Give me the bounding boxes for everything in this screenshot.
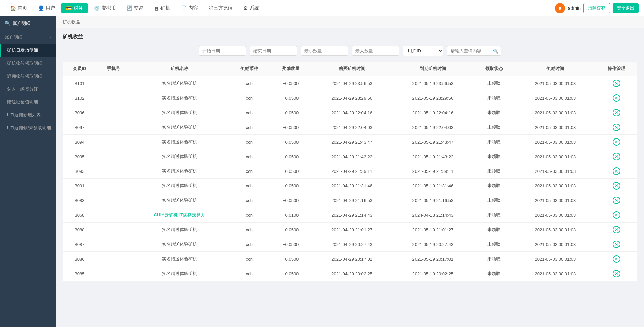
end-date-input[interactable] xyxy=(250,46,297,56)
start-date-input[interactable] xyxy=(199,46,246,56)
system-icon: ⚙ xyxy=(243,5,248,11)
cell-member-id: 3097 xyxy=(63,120,97,135)
sidebar-item-miner-daily[interactable]: 矿机日发放明细 xyxy=(0,44,56,57)
cell-miner-name[interactable]: CHIA云矿机1T满存云算力 xyxy=(131,208,228,223)
sidebar-item-uti-new[interactable]: UTI返佣新增列表 xyxy=(0,109,56,121)
nav-thirdparty[interactable]: 第三方充值 xyxy=(204,3,237,13)
cell-expire-time: 2021-05-19 20:17:01 xyxy=(392,252,473,266)
cell-member-id: 3096 xyxy=(63,105,97,120)
trade-icon: 🔄 xyxy=(126,5,132,11)
sidebar-item-rebate-profit[interactable]: 返佣收益领取明细 xyxy=(0,70,56,83)
th-member-id: 会员ID xyxy=(63,62,97,76)
cell-reward-time: 2021-05-03 00:01:03 xyxy=(515,208,596,223)
page-title: 矿机收益 xyxy=(63,34,637,40)
table-row: 3068 CHIA云矿机1T满存云算力 xch +0.0100 2021-04-… xyxy=(63,208,637,223)
table-row: 3083 实名赠送体验矿机 xch +0.0500 2021-04-29 21:… xyxy=(63,193,637,208)
admin-name: admin xyxy=(568,5,581,11)
cell-reward-time: 2021-05-03 00:01:03 xyxy=(515,179,596,193)
cell-action: ✕ xyxy=(596,120,637,135)
cell-miner-name: 实名赠送体验矿机 xyxy=(131,252,228,266)
cell-miner-name: 实名赠送体验矿机 xyxy=(131,120,228,135)
delete-icon[interactable]: ✕ xyxy=(613,197,620,204)
nav-items: 🏠 首页 👤 用户 💳 财务 💿 虚拟币 🔄 交易 ▦ 矿机 📄 内容 第三方充 xyxy=(5,3,555,13)
table-row: 3093 实名赠送体验矿机 xch +0.0500 2021-04-29 21:… xyxy=(63,164,637,179)
cell-reward-time: 2021-05-03 00:01:03 xyxy=(515,266,596,281)
cell-action: ✕ xyxy=(596,237,637,252)
delete-icon[interactable]: ✕ xyxy=(613,182,620,190)
cell-expire-time: 2021-05-19 21:01:27 xyxy=(392,223,473,237)
cell-miner-name: 实名赠送体验矿机 xyxy=(131,149,228,164)
sidebar-search[interactable]: 🔍 账户明细 xyxy=(0,16,56,31)
cell-miner-name: 实名赠送体验矿机 xyxy=(131,164,228,179)
sidebar-group-header[interactable]: 账户明细 › xyxy=(0,31,56,44)
cell-status: 未领取 xyxy=(473,223,515,237)
cell-buy-time: 2021-04-29 20:27:43 xyxy=(311,237,392,252)
sidebar-item-uti-unclaim[interactable]: UTI返佣领/未领取明细 xyxy=(0,121,56,134)
cell-phone xyxy=(97,179,131,193)
delete-icon[interactable]: ✕ xyxy=(613,167,620,175)
sidebar-item-miner-profit[interactable]: 矿机收益领取明细 xyxy=(0,57,56,70)
cell-phone xyxy=(97,149,131,164)
cell-expire-time: 2021-05-19 21:39:11 xyxy=(392,164,473,179)
delete-icon[interactable]: ✕ xyxy=(613,270,620,277)
cell-reward-time: 2021-05-03 00:01:03 xyxy=(515,223,596,237)
clear-cache-button[interactable]: 清除缓存 xyxy=(583,3,610,13)
cell-amount: +0.0500 xyxy=(270,223,311,237)
finance-icon: 💳 xyxy=(66,5,72,11)
nav-user[interactable]: 👤 用户 xyxy=(33,3,60,13)
sidebar-item-uti-new-label: UTI返佣新增列表 xyxy=(7,112,41,117)
cell-amount: +0.0500 xyxy=(270,179,311,193)
nav-home[interactable]: 🏠 首页 xyxy=(5,3,32,13)
cell-status: 未领取 xyxy=(473,105,515,120)
nav-finance[interactable]: 💳 财务 xyxy=(61,3,88,13)
delete-icon[interactable]: ✕ xyxy=(613,80,620,87)
cell-coin: xch xyxy=(228,252,270,266)
cell-coin: xch xyxy=(228,164,270,179)
cell-amount: +0.0500 xyxy=(270,149,311,164)
sidebar-group-label: 账户明细 xyxy=(5,34,22,40)
cell-phone xyxy=(97,223,131,237)
max-qty-input[interactable] xyxy=(352,46,399,56)
delete-icon[interactable]: ✕ xyxy=(613,109,620,116)
delete-icon[interactable]: ✕ xyxy=(613,211,620,219)
cell-coin: xch xyxy=(228,223,270,237)
sidebar-group: 账户明细 › 矿机日发放明细 矿机收益领取明细 返佣收益领取明细 达人手续费分红… xyxy=(0,31,56,134)
delete-icon[interactable]: ✕ xyxy=(613,94,620,102)
delete-icon[interactable]: ✕ xyxy=(613,241,620,248)
nav-miner[interactable]: ▦ 矿机 xyxy=(150,3,175,13)
cell-member-id: 3068 xyxy=(63,208,97,223)
delete-icon[interactable]: ✕ xyxy=(613,226,620,233)
sidebar-item-gift-exp[interactable]: 赠送经验值明细 xyxy=(0,96,56,109)
cell-buy-time: 2021-04-29 21:43:47 xyxy=(311,135,392,149)
cell-miner-name: 实名赠送体验矿机 xyxy=(131,76,228,91)
delete-icon[interactable]: ✕ xyxy=(613,138,620,146)
delete-icon[interactable]: ✕ xyxy=(613,124,620,131)
th-phone: 手机号 xyxy=(97,62,131,76)
table-header-row: 会员ID 手机号 矿机名称 奖励币种 奖励数量 购买矿机时间 到期矿机时间 领取… xyxy=(63,62,637,76)
user-id-select[interactable]: 用户ID 会员ID 手机号 xyxy=(403,46,443,56)
cell-buy-time: 2021-04-29 23:29:56 xyxy=(311,91,392,105)
cell-miner-name: 实名赠送体验矿机 xyxy=(131,179,228,193)
cell-amount: +0.0500 xyxy=(270,266,311,281)
nav-virtualcoin[interactable]: 💿 虚拟币 xyxy=(89,3,120,13)
search-submit-icon[interactable]: 🔍 xyxy=(493,48,498,53)
cell-miner-name: 实名赠送体验矿机 xyxy=(131,223,228,237)
sidebar-item-talent-fee[interactable]: 达人手续费分红 xyxy=(0,83,56,96)
cell-action: ✕ xyxy=(596,179,637,193)
cell-coin: xch xyxy=(228,237,270,252)
cell-amount: +0.0500 xyxy=(270,164,311,179)
delete-icon[interactable]: ✕ xyxy=(613,255,620,263)
breadcrumb: 矿机收益 xyxy=(56,16,644,28)
delete-icon[interactable]: ✕ xyxy=(613,153,620,160)
nav-system[interactable]: ⚙ 系统 xyxy=(239,3,264,13)
cell-action: ✕ xyxy=(596,135,637,149)
cell-phone xyxy=(97,252,131,266)
cell-amount: +0.0500 xyxy=(270,252,311,266)
cell-coin: xch xyxy=(228,135,270,149)
nav-content[interactable]: 📄 内容 xyxy=(176,3,203,13)
cell-coin: xch xyxy=(228,105,270,120)
min-qty-input[interactable] xyxy=(301,46,348,56)
table-row: 3094 实名赠送体验矿机 xch +0.0500 2021-04-29 21:… xyxy=(63,135,637,149)
nav-trade[interactable]: 🔄 交易 xyxy=(122,3,148,13)
logout-button[interactable]: 安全退出 xyxy=(613,3,639,13)
